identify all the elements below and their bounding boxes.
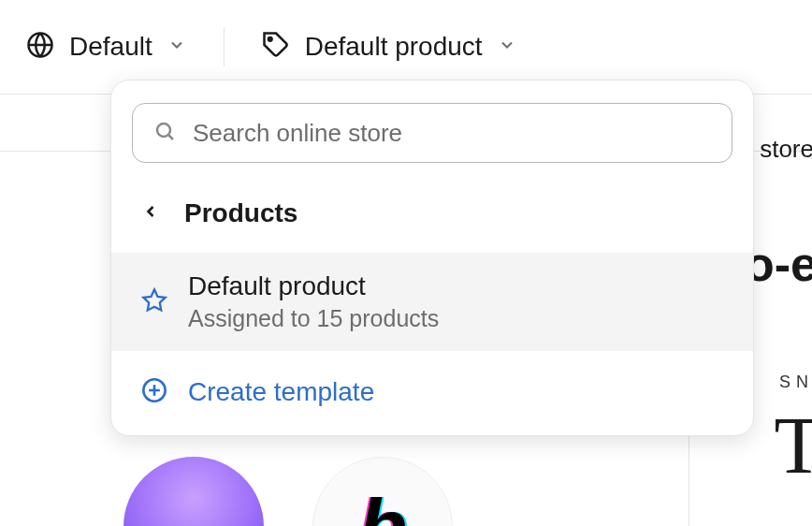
template-item-default-product[interactable]: Default product Assigned to 15 products (111, 253, 753, 351)
svg-line-3 (169, 136, 174, 140)
template-item-subtitle: Assigned to 15 products (188, 305, 439, 332)
theme-selector[interactable]: Default (26, 31, 186, 63)
chevron-left-icon (141, 202, 160, 225)
section-title: Products (184, 198, 297, 228)
svg-point-2 (157, 124, 170, 137)
background-text: T (774, 399, 812, 492)
template-dropdown: Products Default product Assigned to 15 … (110, 80, 754, 436)
plus-circle-icon (141, 377, 167, 407)
tag-icon (262, 31, 290, 63)
search-input[interactable] (193, 119, 711, 148)
product-thumbnail[interactable] (123, 457, 264, 526)
create-template-button[interactable]: Create template (111, 351, 753, 435)
star-icon (141, 287, 167, 317)
search-box[interactable] (132, 103, 732, 163)
product-template-label: Default product (305, 32, 483, 62)
product-thumbnail[interactable]: b (312, 457, 453, 526)
svg-point-1 (268, 37, 272, 41)
product-template-selector[interactable]: Default product (262, 31, 516, 63)
background-text: store (760, 135, 812, 164)
create-template-label: Create template (188, 377, 374, 407)
template-item-title: Default product (188, 271, 439, 301)
search-icon (153, 120, 176, 146)
chevron-down-icon (498, 36, 516, 58)
products-back-header[interactable]: Products (111, 174, 753, 253)
svg-marker-4 (143, 289, 165, 310)
globe-icon (26, 31, 54, 63)
chevron-down-icon (167, 36, 186, 58)
background-text: SN (779, 373, 812, 392)
divider (224, 27, 225, 66)
theme-label: Default (69, 32, 152, 62)
